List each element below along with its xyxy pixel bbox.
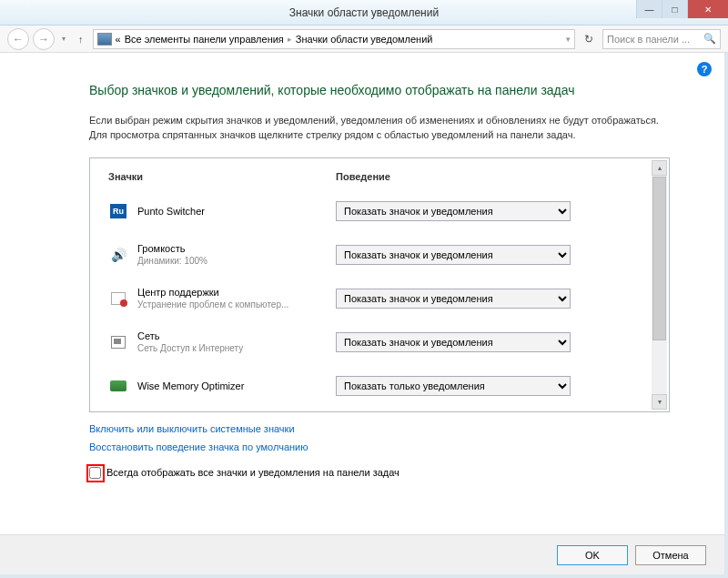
- behavior-select[interactable]: Показать значок и уведомленияПоказать то…: [336, 245, 571, 265]
- item-text: Wise Memory Optimizer: [137, 380, 336, 391]
- maximize-button[interactable]: □: [662, 0, 687, 18]
- window-buttons: — □ ✕: [636, 0, 728, 18]
- dialog-footer: OK Отмена: [0, 534, 724, 574]
- item-text: ГромкостьДинамики: 100%: [137, 243, 336, 266]
- highlight-box: [86, 464, 105, 482]
- item-text: СетьСеть Доступ к Интернету: [137, 330, 336, 353]
- behavior-select[interactable]: Показать значок и уведомленияПоказать то…: [336, 201, 571, 221]
- item-subtext: Динамики: 100%: [137, 256, 336, 266]
- back-button[interactable]: ←: [7, 28, 29, 50]
- history-dropdown[interactable]: ▾: [58, 35, 69, 43]
- list-body: RuPunto SwitcherПоказать значок и уведом…: [90, 189, 669, 408]
- behavior-select[interactable]: Показать значок и уведомленияПоказать то…: [336, 289, 571, 309]
- scroll-thumb[interactable]: [652, 177, 666, 340]
- item-name: Wise Memory Optimizer: [137, 380, 336, 391]
- page-description: Если выбран режим скрытия значков и увед…: [89, 113, 670, 143]
- punto-switcher-icon: Ru: [110, 204, 126, 218]
- search-icon: 🔍: [703, 33, 716, 45]
- always-show-label: Всегда отображать все значки и уведомлен…: [106, 467, 399, 478]
- behavior-select[interactable]: Показать значок и уведомленияПоказать то…: [336, 332, 571, 352]
- links-section: Включить или выключить системные значки …: [89, 423, 670, 460]
- breadcrumb-prefix: «: [116, 34, 121, 45]
- help-icon[interactable]: ?: [697, 62, 712, 76]
- item-name: Punto Switcher: [137, 206, 336, 217]
- breadcrumb-item[interactable]: Все элементы панели управления: [125, 34, 284, 45]
- item-text: Punto Switcher: [137, 206, 336, 217]
- titlebar: Значки области уведомлений — □ ✕: [0, 0, 728, 25]
- item-name: Центр поддержки: [137, 287, 336, 298]
- control-panel-icon: [97, 33, 112, 46]
- item-text: Центр поддержкиУстранение проблем с комп…: [137, 287, 336, 309]
- list-header: Значки Поведение: [90, 158, 669, 189]
- scroll-up-button[interactable]: ▴: [652, 160, 667, 176]
- icons-listbox: Значки Поведение RuPunto SwitcherПоказат…: [89, 157, 670, 412]
- scrollbar[interactable]: ▴ ▾: [652, 160, 667, 410]
- column-behavior: Поведение: [336, 171, 390, 182]
- ok-button[interactable]: OK: [557, 545, 628, 565]
- content-area: ? Выбор значков и уведомлений, которые н…: [0, 53, 728, 578]
- page-heading: Выбор значков и уведомлений, которые нео…: [89, 82, 670, 100]
- forward-button[interactable]: →: [33, 28, 55, 50]
- address-bar[interactable]: « Все элементы панели управления ▸ Значк…: [93, 29, 576, 49]
- close-button[interactable]: ✕: [687, 0, 728, 18]
- list-item: Wise Memory OptimizerПоказать значок и у…: [108, 364, 660, 408]
- always-show-row: Всегда отображать все значки и уведомлен…: [89, 467, 670, 479]
- breadcrumb-separator: ▸: [288, 35, 292, 44]
- item-subtext: Устранение проблем с компьютер...: [137, 299, 336, 309]
- address-dropdown-icon[interactable]: ▾: [566, 35, 571, 44]
- refresh-button[interactable]: ↻: [579, 33, 599, 46]
- item-name: Сеть: [137, 330, 336, 341]
- volume-icon: 🔊: [111, 248, 126, 262]
- item-subtext: Сеть Доступ к Интернету: [137, 343, 336, 353]
- main-panel: Выбор значков и уведомлений, которые нео…: [0, 53, 724, 479]
- minimize-button[interactable]: —: [636, 0, 662, 18]
- search-input[interactable]: Поиск в панели ... 🔍: [602, 29, 721, 49]
- up-button[interactable]: ↑: [73, 34, 89, 45]
- action-center-icon: [111, 292, 126, 305]
- navbar: ← → ▾ ↑ « Все элементы панели управления…: [0, 25, 728, 53]
- cancel-button[interactable]: Отмена: [635, 545, 706, 565]
- breadcrumb-item[interactable]: Значки области уведомлений: [296, 34, 433, 45]
- item-name: Громкость: [137, 243, 336, 254]
- list-item: RuPunto SwitcherПоказать значок и уведом…: [108, 189, 660, 233]
- scroll-down-button[interactable]: ▾: [652, 394, 667, 410]
- toggle-system-icons-link[interactable]: Включить или выключить системные значки: [89, 423, 295, 434]
- list-item: СетьСеть Доступ к ИнтернетуПоказать знач…: [108, 320, 660, 364]
- restore-defaults-link[interactable]: Восстановить поведение значка по умолчан…: [89, 441, 308, 452]
- wise-memory-icon: [110, 380, 126, 391]
- column-icons: Значки: [108, 171, 336, 182]
- window-title: Значки области уведомлений: [0, 6, 728, 19]
- search-placeholder: Поиск в панели ...: [607, 34, 690, 45]
- behavior-select[interactable]: Показать значок и уведомленияПоказать то…: [336, 376, 571, 396]
- network-icon: [111, 336, 126, 349]
- list-item: 🔊ГромкостьДинамики: 100%Показать значок …: [108, 233, 660, 277]
- list-item: Центр поддержкиУстранение проблем с комп…: [108, 277, 660, 320]
